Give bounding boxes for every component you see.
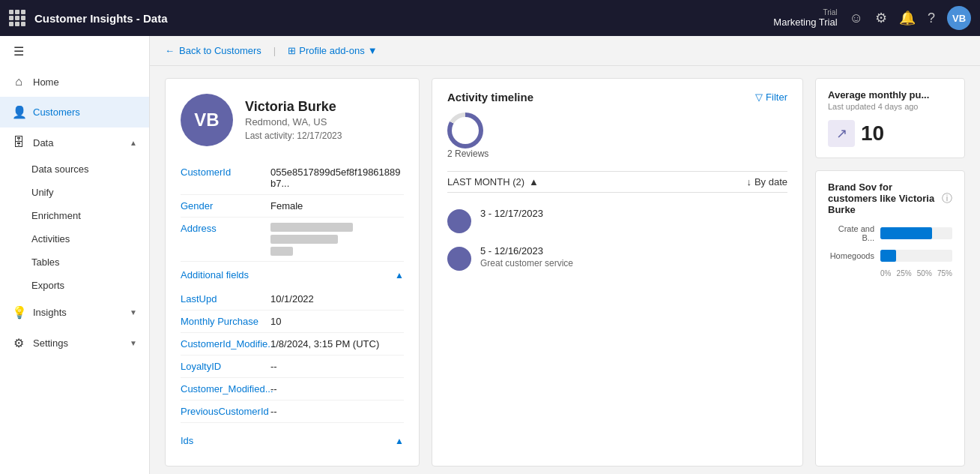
activity-content-2: 5 - 12/16/2023 Great customer service bbox=[480, 245, 573, 268]
sidebar-item-settings[interactable]: ⚙ Settings ▼ bbox=[0, 328, 149, 358]
profile-last-activity: Last activity: 12/17/2023 bbox=[245, 130, 342, 141]
additional-fields-toggle[interactable]: Additional fields ▲ bbox=[181, 262, 404, 285]
sort-label: By date bbox=[754, 176, 787, 188]
field-address: Address bbox=[181, 218, 404, 262]
sort-button[interactable]: ↓ By date bbox=[746, 176, 787, 188]
timeline-period-button[interactable]: LAST MONTH (2) ▲ bbox=[447, 176, 539, 188]
bar-fill-1 bbox=[880, 227, 932, 239]
activity-item-2: 5 - 12/16/2023 Great customer service bbox=[447, 239, 787, 277]
avatar[interactable]: VB bbox=[947, 6, 971, 30]
help-icon[interactable]: ? bbox=[928, 10, 935, 26]
chart-axis: 0% 25% 50% 75% bbox=[828, 269, 952, 278]
settings-icon: ⚙ bbox=[12, 336, 25, 350]
activity-dot-2 bbox=[447, 247, 471, 271]
sidebar-item-insights[interactable]: 💡 Insights ▼ bbox=[0, 297, 149, 328]
sidebar-item-exports[interactable]: Exports bbox=[0, 274, 149, 297]
profile-avatar: VB bbox=[181, 94, 233, 146]
gear-icon[interactable]: ⚙ bbox=[875, 10, 887, 26]
bar-track-2 bbox=[880, 250, 952, 262]
profile-addons-button[interactable]: ⊞ Profile add-ons ▼ bbox=[288, 45, 377, 56]
field-label-loyaltyid: LoyaltyID bbox=[181, 361, 270, 372]
back-to-customers-button[interactable]: ← Back to Customers bbox=[165, 45, 261, 56]
field-lastupd: LastUpd 10/1/2022 bbox=[181, 288, 404, 310]
topnav: Customer Insights - Data Trial Marketing… bbox=[0, 0, 980, 36]
sidebar-item-activities[interactable]: Activities bbox=[0, 227, 149, 250]
kpi-title: Average monthly pu... bbox=[828, 89, 952, 100]
sidebar-label-insights: Insights bbox=[33, 307, 122, 318]
sidebar-label-activities: Activities bbox=[31, 233, 70, 244]
field-previous-customerid: PreviousCustomerId -- bbox=[181, 400, 404, 423]
field-value-loyaltyid: -- bbox=[270, 361, 404, 372]
ids-toggle[interactable]: Ids ▲ bbox=[181, 428, 404, 451]
field-label-previous-customerid: PreviousCustomerId bbox=[181, 406, 270, 417]
brand-card-header: Brand Sov for customers like Victoria Bu… bbox=[828, 182, 952, 215]
bar-row-2: Homegoods bbox=[828, 250, 952, 262]
field-label-address: Address bbox=[181, 223, 270, 256]
kpi-value-row: ↗ 10 bbox=[828, 120, 952, 147]
field-label-gender: Gender bbox=[181, 200, 270, 212]
sidebar-item-data[interactable]: 🗄 Data ▲ bbox=[0, 128, 149, 158]
kpi-card: Average monthly pu... Last updated 4 day… bbox=[815, 78, 965, 158]
sidebar-label-customers: Customers bbox=[33, 106, 137, 118]
profile-addons-label: Profile add-ons bbox=[299, 45, 364, 56]
filter-button[interactable]: ▽ Filter bbox=[755, 92, 787, 103]
axis-50: 50% bbox=[917, 269, 932, 278]
profile-info: Victoria Burke Redmond, WA, US Last acti… bbox=[245, 99, 342, 141]
activity-dot-1 bbox=[447, 209, 471, 233]
field-label-customer-modified: Customer_Modified... bbox=[181, 383, 270, 394]
sidebar-item-unify[interactable]: Unify bbox=[0, 181, 149, 204]
bar-row-1: Crate and B... bbox=[828, 224, 952, 242]
field-customerid-modified: CustomerId_Modifie... 1/8/2024, 3:15 PM … bbox=[181, 333, 404, 356]
field-value-customerid: 055e8517899d5ef8f19861889b7... bbox=[270, 166, 404, 189]
field-value-address bbox=[270, 223, 404, 256]
insights-chevron-icon: ▼ bbox=[130, 308, 137, 316]
data-chevron-icon: ▲ bbox=[130, 139, 137, 147]
activity-date-1: 3 - 12/17/2023 bbox=[480, 208, 543, 219]
trial-name: Marketing Trial bbox=[773, 16, 837, 28]
trial-label: Trial bbox=[823, 8, 838, 16]
topnav-right: Trial Marketing Trial ☺ ⚙ 🔔 ? VB bbox=[773, 6, 971, 30]
settings-chevron-icon: ▼ bbox=[130, 339, 137, 347]
bar-brand-1: Crate and B... bbox=[828, 224, 874, 242]
activity-panel-header: Activity timeline ▽ Filter bbox=[447, 91, 787, 104]
field-value-lastupd: 10/1/2022 bbox=[270, 293, 404, 304]
profile-fields: CustomerId 055e8517899d5ef8f19861889b7..… bbox=[181, 161, 404, 262]
field-label-lastupd: LastUpd bbox=[181, 293, 270, 304]
field-customer-modified: Customer_Modified... -- bbox=[181, 378, 404, 400]
profile-addons-icon: ⊞ bbox=[288, 45, 296, 56]
hamburger-menu[interactable]: ☰ bbox=[0, 36, 149, 67]
sidebar-item-data-sources[interactable]: Data sources bbox=[0, 158, 149, 181]
review-donut bbox=[447, 112, 483, 148]
right-panel: Average monthly pu... Last updated 4 day… bbox=[815, 78, 965, 466]
reviews-chart: 2 Reviews bbox=[447, 112, 489, 159]
additional-fields-label: Additional fields bbox=[181, 269, 249, 280]
back-label: Back to Customers bbox=[179, 45, 261, 56]
bar-brand-2: Homegoods bbox=[828, 251, 874, 260]
insights-icon: 💡 bbox=[12, 305, 25, 320]
smiley-icon[interactable]: ☺ bbox=[850, 10, 863, 26]
grid-icon[interactable] bbox=[9, 10, 25, 26]
sidebar-label-enrichment: Enrichment bbox=[31, 210, 81, 221]
additional-fields-section: LastUpd 10/1/2022 Monthly Purchase 10 Cu… bbox=[181, 288, 404, 423]
field-value-customerid-modified: 1/8/2024, 3:15 PM (UTC) bbox=[270, 338, 404, 350]
brand-sov-title: Brand Sov for customers like Victoria Bu… bbox=[828, 182, 942, 215]
sidebar-item-tables[interactable]: Tables bbox=[0, 250, 149, 274]
kpi-subtitle: Last updated 4 days ago bbox=[828, 102, 952, 111]
field-gender: Gender Female bbox=[181, 195, 404, 218]
info-icon[interactable]: ⓘ bbox=[942, 192, 952, 206]
sidebar-item-home[interactable]: ⌂ Home bbox=[0, 67, 149, 97]
filter-label: Filter bbox=[766, 92, 787, 103]
profile-area: VB Victoria Burke Redmond, WA, US Last a… bbox=[150, 66, 980, 474]
field-value-gender: Female bbox=[270, 200, 404, 212]
data-icon: 🗄 bbox=[12, 136, 25, 149]
field-value-customer-modified: -- bbox=[270, 383, 404, 394]
profile-header: VB Victoria Burke Redmond, WA, US Last a… bbox=[181, 94, 404, 146]
sidebar-item-customers[interactable]: 👤 Customers bbox=[0, 97, 149, 128]
activity-timeline-title: Activity timeline bbox=[447, 91, 533, 104]
sidebar-label-unify: Unify bbox=[31, 187, 54, 198]
sidebar-item-enrichment[interactable]: Enrichment bbox=[0, 204, 149, 227]
field-label-customerid: CustomerId bbox=[181, 166, 270, 189]
sidebar: ☰ ⌂ Home 👤 Customers 🗄 Data ▲ Data sourc… bbox=[0, 36, 150, 474]
sidebar-label-data: Data bbox=[33, 137, 122, 148]
bell-icon[interactable]: 🔔 bbox=[899, 10, 916, 26]
